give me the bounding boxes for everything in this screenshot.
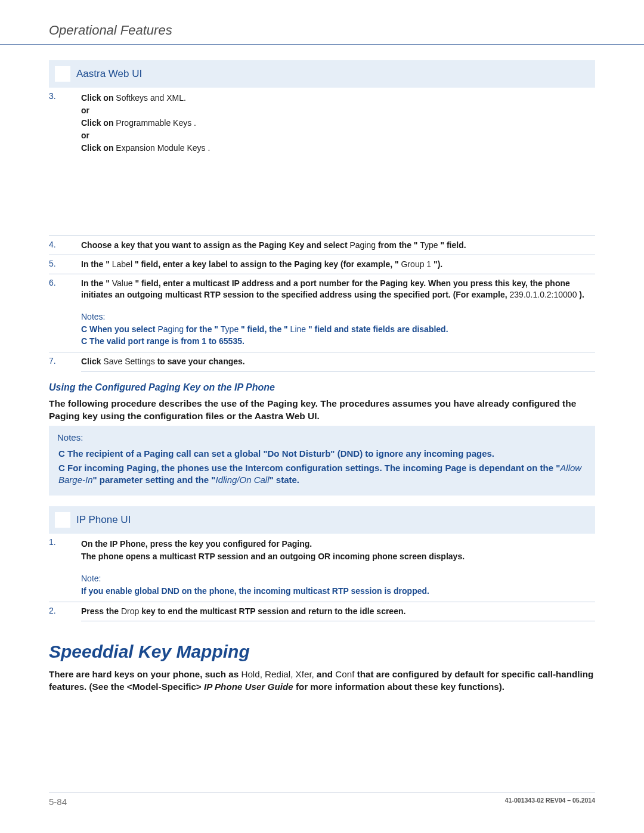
t: The valid port range is from 1 to 65535. [89, 336, 244, 346]
using-paging-key-title: Using the Configured Paging Key on the I… [49, 382, 595, 393]
t: The recipient of a Paging call can set a… [65, 448, 494, 459]
t: for the " [186, 324, 218, 334]
page-header: Operational Features [0, 0, 644, 45]
webui-steps-table: 3. Click on Softkeys and XML. or Click o… [49, 88, 595, 371]
t: Type [221, 324, 239, 334]
t: " field, enter a multicast IP address an… [81, 278, 570, 299]
t: Press the [81, 606, 121, 616]
step-text: Choose a key that you want to assign as … [81, 236, 595, 255]
t: for more information about these key fun… [296, 682, 504, 692]
t: Conf [335, 669, 354, 679]
step-number: 5. [49, 255, 81, 274]
click-on: Click on [81, 143, 113, 153]
t: Hold, Redial, Xfer, [241, 669, 314, 679]
t: Click [81, 357, 103, 366]
ipphone-icon [55, 512, 70, 528]
notes-box: Notes: C The recipient of a Paging call … [49, 426, 595, 496]
click-on: Click on [81, 118, 113, 128]
note-item: C When you select Paging for the " Type … [81, 324, 595, 335]
speeddial-heading: Speeddial Key Mapping [49, 642, 595, 662]
t: to save your changes. [157, 357, 245, 366]
t: IP Phone User Guide [204, 682, 293, 692]
note-label: Note: [81, 573, 595, 584]
step-text: Click on Softkeys and XML. or Click on P… [81, 88, 595, 236]
speeddial-paragraph: There are hard keys on your phone, such … [49, 668, 595, 693]
step-number: 3. [49, 88, 81, 236]
t: Group 1 [401, 259, 432, 269]
step-number: 6. [49, 274, 81, 352]
t: ). [579, 290, 584, 299]
header-title: Operational Features [49, 23, 172, 38]
t: On the IP Phone, press the key you confi… [81, 538, 595, 550]
t: Paging [349, 240, 376, 250]
t: Idling/On Call [215, 475, 269, 485]
bullet-mark: C [81, 336, 87, 346]
t: key to end the multicast RTP session and… [141, 606, 405, 616]
t: Label [112, 259, 132, 269]
t: In the " [81, 259, 110, 269]
step-text: On the IP Phone, press the key you confi… [81, 534, 595, 602]
note-item: C The recipient of a Paging call can set… [58, 448, 587, 460]
t: " state. [270, 475, 299, 485]
t: In the " [81, 278, 110, 288]
inline-notes: Notes: C When you select Paging for the … [81, 311, 595, 347]
or-label: or [81, 130, 595, 141]
expansion-keys: Expansion Module Keys . [113, 143, 210, 153]
t: "). [434, 259, 442, 269]
t: Save Settings [103, 357, 154, 366]
step-text: Press the Drop key to end the multicast … [81, 602, 595, 621]
bullet-mark: C [58, 448, 65, 459]
softkeys-xml: Softkeys and XML. [113, 93, 185, 103]
step-number: 1. [49, 534, 81, 602]
click-on: Click on [81, 93, 113, 103]
t: " field and state fields are disabled. [308, 324, 448, 334]
page-footer: 5-84 41-001343-02 REV04 – 05.2014 [49, 792, 595, 807]
note-item: If you enable global DND on the phone, t… [81, 586, 595, 597]
t: and [317, 669, 335, 679]
webui-bar: Aastra Web UI [49, 60, 595, 88]
step-number: 2. [49, 602, 81, 621]
webui-icon [55, 66, 70, 82]
notes-label: Notes: [57, 432, 587, 444]
t: Line [290, 324, 306, 334]
page-number: 5-84 [49, 797, 67, 807]
step-text: Click Save Settings to save your changes… [81, 352, 595, 371]
t: " field, the " [241, 324, 288, 334]
inline-note: Note: If you enable global DND on the ph… [81, 573, 595, 597]
step-number: 4. [49, 236, 81, 255]
t: Type [420, 240, 438, 250]
t: " parameter setting and the " [93, 475, 216, 485]
step-text: In the " Value " field, enter a multicas… [81, 274, 595, 352]
content-area: Aastra Web UI 3. Click on Softkeys and X… [0, 45, 644, 693]
t: " field, enter a key label to assign to … [135, 259, 399, 269]
t: Value [112, 278, 133, 288]
programmable-keys: Programmable Keys . [113, 118, 196, 128]
ipphone-steps-table: 1. On the IP Phone, press the key you co… [49, 534, 595, 621]
bullet-mark: C [58, 463, 65, 473]
note-item: C The valid port range is from 1 to 6553… [81, 336, 595, 347]
ipphone-bar: IP Phone UI [49, 506, 595, 534]
intro-paragraph: The following procedure describes the us… [49, 398, 595, 423]
step-text: In the " Label " field, enter a key labe… [81, 255, 595, 274]
or-label: or [81, 105, 595, 116]
t: For incoming Paging, the phones use the … [65, 463, 561, 473]
t: Paging [157, 324, 184, 334]
t: There are hard keys on your phone, such … [49, 669, 241, 679]
t: " field. [440, 240, 466, 250]
notes-label: Notes: [81, 311, 595, 323]
bullet-mark: C [81, 324, 87, 334]
note-item: C For incoming Paging, the phones use th… [58, 462, 587, 487]
webui-title: Aastra Web UI [76, 64, 142, 83]
t: from the " [378, 240, 418, 250]
t: Choose a key that you want to assign as … [81, 240, 349, 250]
t: The phone opens a multicast RTP session … [81, 551, 595, 562]
ipphone-title: IP Phone UI [76, 510, 131, 529]
t: Drop [121, 606, 139, 616]
spacer [81, 154, 595, 232]
doc-revision: 41-001343-02 REV04 – 05.2014 [505, 797, 595, 807]
t: When you select [89, 324, 157, 334]
step-number: 7. [49, 352, 81, 371]
t: 239.0.1.0.2:10000 [510, 290, 577, 299]
